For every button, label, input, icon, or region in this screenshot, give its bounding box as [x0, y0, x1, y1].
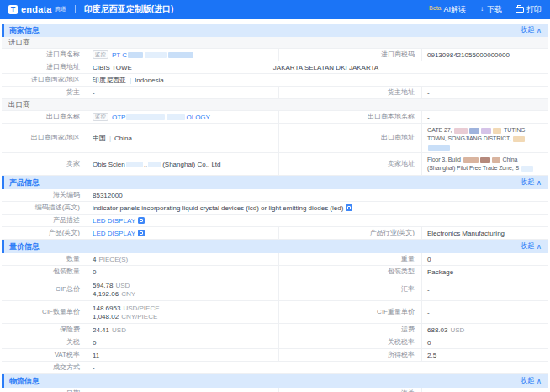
- product-description-value[interactable]: LED DISPLAY: [93, 217, 135, 225]
- importer-tax-code: 0913098421055000000000: [427, 51, 510, 59]
- redaction-block: [128, 52, 143, 58]
- redaction-block: [493, 128, 501, 134]
- vat-rate-value: 11: [93, 352, 99, 359]
- translate-icon[interactable]: [138, 217, 145, 224]
- cif-weight-price-value: -: [427, 309, 430, 316]
- field-label: 卖家: [2, 153, 87, 175]
- collapse-toggle-qty-price[interactable]: 收起 ∧: [521, 241, 542, 252]
- code-description-value: indicator panels incorporating liquid cr…: [93, 204, 343, 212]
- collapse-label: 收起: [521, 177, 535, 188]
- table-row: 进口商名称 监控 PT C 进口商税码 09130984210550000000…: [2, 49, 548, 61]
- translate-icon[interactable]: [138, 230, 145, 236]
- industry-value: Electronics Manufacturing: [427, 230, 505, 237]
- exporter-country-cn: 中国: [93, 134, 106, 143]
- exporter-name-link-start[interactable]: OTP: [112, 114, 125, 121]
- seller-name-end: (Shanghai) Co., Ltd: [162, 161, 220, 168]
- section-header-logistics: 物流信息 收起 ∧: [2, 374, 548, 388]
- field-label: 出口商本地名称: [279, 111, 422, 123]
- translate-icon[interactable]: [346, 204, 352, 211]
- table-row: 产品(英文) LED DISPLAY 产品行业(英文) Electronics …: [2, 227, 548, 240]
- table-row: 货主 - 货主地址 -: [2, 87, 548, 99]
- chevron-up-icon: ∧: [537, 26, 542, 34]
- table-row: 关税 0 关税税率 0: [2, 336, 548, 349]
- field-label: CIF数量单价: [2, 301, 87, 323]
- field-label: 关税税率: [279, 336, 422, 348]
- field-label: 进口商名称: [2, 49, 87, 61]
- redaction-block: [469, 128, 479, 134]
- trade-record-page: T endata 腾道 印度尼西亚定制版(进口) Beta AI解读 ↓ 下载 …: [0, 0, 550, 392]
- top-bar: T endata 腾道 印度尼西亚定制版(进口) Beta AI解读 ↓ 下载 …: [0, 0, 550, 19]
- field-label: 包装类型: [279, 266, 422, 278]
- redaction-block: [463, 157, 479, 163]
- redaction-block: [126, 114, 165, 120]
- monitor-tag[interactable]: 监控: [93, 50, 108, 59]
- exporter-local-name-value: -: [427, 114, 430, 121]
- field-label: 重量: [279, 253, 422, 265]
- product-en-value[interactable]: LED DISPLAY: [93, 230, 135, 237]
- field-label: 出口商国家/地区: [2, 124, 87, 152]
- field-label: 进口商税码: [279, 49, 422, 61]
- field-label: 卖家地址: [279, 153, 422, 175]
- top-actions: Beta AI解读 ↓ 下载 打印: [429, 4, 542, 15]
- table-row: 进口商地址 CIBIS TOWE JAKARTA SELATAN DKI JAK…: [2, 61, 548, 74]
- seller-name-start: Obis Scien: [93, 161, 125, 168]
- quantity-unit: PIECE(S): [98, 256, 128, 263]
- redaction-block: [428, 145, 450, 151]
- ai-interpret-label: AI解读: [443, 4, 466, 15]
- ai-interpret-button[interactable]: Beta AI解读: [429, 4, 466, 15]
- print-button[interactable]: 打印: [516, 4, 542, 15]
- cif-qty-price-value: 148.6953USD/PIECE 1,048.02CNY/PIECE: [93, 305, 160, 320]
- exporter-name-link-end[interactable]: OLOGY: [186, 114, 209, 121]
- field-label: 成交方式: [2, 362, 87, 373]
- download-icon: ↓: [479, 6, 484, 13]
- freight-unit: USD: [450, 326, 464, 334]
- redaction-block: [481, 128, 491, 134]
- redaction-block: [168, 52, 193, 58]
- field-label: 海关: [279, 388, 422, 392]
- importer-address-start: CIBIS TOWE: [93, 64, 132, 72]
- collapse-toggle-merchant[interactable]: 收起 ∧: [521, 25, 542, 35]
- trade-terms-value: -: [93, 364, 95, 372]
- table-row: CIF数量单价 148.6953USD/PIECE 1,048.02CNY/PI…: [2, 301, 548, 324]
- field-label: 包装数量: [2, 266, 87, 278]
- monitor-tag[interactable]: 监控: [93, 113, 108, 121]
- insurance-value: 24.41: [93, 326, 109, 334]
- section-title: 物流信息: [9, 376, 40, 387]
- divider: |: [109, 135, 111, 142]
- owner-address-value: -: [427, 89, 430, 97]
- quantity-value: 4: [93, 256, 96, 263]
- table-row: 产品描述 LED DISPLAY: [2, 215, 548, 227]
- table-row: 出口商国家/地区 中国 | China 出口商地址 GATE 27, TUTIN…: [2, 124, 548, 153]
- freight-value: 688.03: [427, 326, 447, 334]
- print-icon: [516, 7, 524, 13]
- insurance-unit: USD: [112, 326, 126, 334]
- divider: |: [130, 77, 131, 84]
- table-row: 包装数量 0 包装类型 Package: [2, 266, 548, 278]
- field-label: 产品(英文): [2, 227, 87, 239]
- collapse-toggle-product[interactable]: 收起 ∧: [521, 177, 542, 188]
- print-label: 打印: [526, 4, 542, 15]
- tendata-logo-icon: T: [8, 5, 18, 14]
- field-label: 海关编码: [2, 189, 87, 201]
- field-label: 运费: [279, 324, 422, 336]
- collapse-label: 收起: [521, 25, 535, 35]
- importer-name-link[interactable]: PT C: [112, 51, 127, 59]
- field-label: VAT税率: [2, 349, 87, 361]
- package-type-value: Package: [427, 268, 453, 276]
- chevron-up-icon: ∧: [537, 178, 542, 187]
- cif-total-value: 594.78USD 4,192.06CNY: [93, 282, 135, 298]
- weight-value: 0: [427, 256, 431, 263]
- table-row: 卖家 Obis Scien .. (Shanghai) Co., Ltd 卖家地…: [2, 153, 548, 176]
- download-button[interactable]: ↓ 下载: [479, 4, 502, 15]
- section-title: 产品信息: [9, 177, 40, 188]
- hs-code-value: 85312000: [93, 192, 123, 199]
- exporter-country-en: China: [114, 135, 132, 142]
- redaction-block: [513, 136, 525, 142]
- chevron-up-icon: ∧: [537, 242, 542, 251]
- table-row: 出口商名称 监控 OTP OLOGY 出口商本地名称 -: [2, 111, 548, 124]
- field-label: 货主: [2, 87, 87, 98]
- collapse-toggle-logistics[interactable]: 收起 ∧: [521, 376, 542, 386]
- importer-country-en: Indonesia: [135, 77, 164, 84]
- chevron-up-icon: ∧: [537, 377, 542, 385]
- section-header-merchant: 商家信息 收起 ∧: [2, 24, 548, 37]
